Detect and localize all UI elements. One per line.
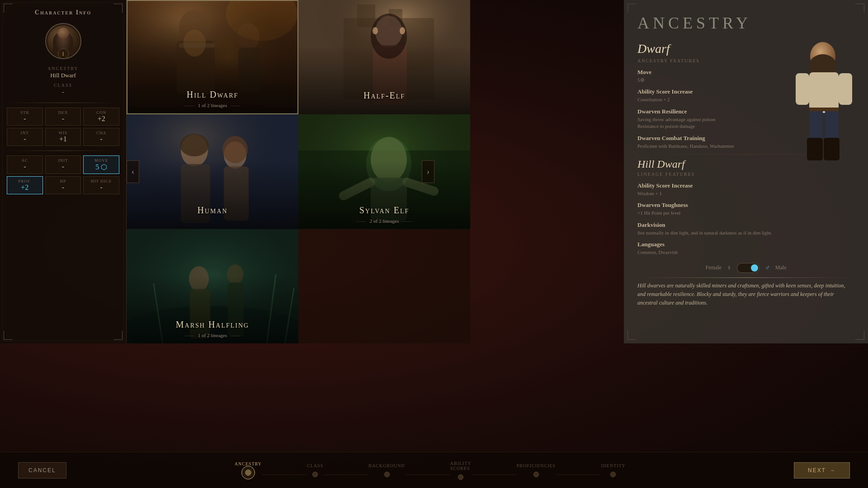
mars-icon[interactable]: ♂ (765, 264, 770, 272)
ancestry-details: ANCESTRY Dwarf ANCESTRY FEATURES Move 5⚙… (637, 14, 778, 150)
gender-toggle[interactable] (737, 263, 760, 273)
race-card-marsh-halfling[interactable]: Marsh Halfling 1 of 2 lineages (127, 229, 298, 343)
stat-str: STR - (7, 108, 43, 126)
stat-move-value: 5 ⬡ (85, 163, 118, 171)
feature-combat-name: Dwarven Combat Training (637, 135, 778, 142)
feature-asi-desc: Constitution + 2 (637, 96, 778, 103)
divider-2 (7, 150, 119, 151)
stat-con-label: CON (85, 110, 118, 115)
progress-bar: ANCESTRY CLASS BACKGROUND ABILITYSCORES (66, 461, 794, 480)
progress-step-class[interactable]: CLASS (307, 463, 323, 477)
nav-prev-button[interactable]: ‹ (127, 160, 139, 183)
stat-con: CON +2 (83, 108, 119, 126)
chevron-right-icon: › (427, 167, 429, 177)
step-identity-dot (610, 472, 616, 477)
progress-step-proficiencies[interactable]: PROFICIENCIES (517, 463, 556, 477)
next-button[interactable]: NEXT → (794, 462, 850, 479)
middle-panel: ‹ › (127, 0, 470, 343)
bottom-bar: CANCEL ANCESTRY CLASS BACKGROUND (0, 452, 868, 488)
stat-int: INT - (7, 128, 43, 146)
race-card-hill-dwarf[interactable]: Hill Dwarf 1 of 2 lineages (127, 0, 298, 114)
lineage-features-label: LINEAGE FEATURES (637, 172, 778, 177)
stat-prof-value: +2 (9, 183, 41, 192)
step-class-label: CLASS (307, 463, 323, 468)
svg-rect-54 (796, 73, 809, 105)
char-info-title: Character Info (7, 9, 119, 16)
stat-hitdice-label: HIT DICE (85, 179, 118, 183)
stat-ac-value: - (9, 163, 41, 171)
stat-hitdice-value: - (85, 183, 118, 192)
race-card-sylvan-elf-lineage: 2 of 2 lineages (298, 218, 470, 224)
race-card-half-elf[interactable]: Half-Elf (298, 0, 470, 114)
lore-text: Hill dwarves are naturally skilled miner… (637, 282, 854, 308)
arrow-right-icon: → (830, 467, 836, 474)
stat-init-label: INIT (47, 158, 80, 163)
race-card-marsh-halfling-name: Marsh Halfling (127, 319, 298, 330)
stat-wis: WIS +1 (45, 128, 81, 146)
stats-grid-1: STR - DEX - CON +2 INT - WIS +1 CHA - (7, 108, 119, 146)
lineage-name: Hill Dwarf (637, 158, 778, 170)
lineage-darkvision-desc: See normally in dim light, and in natura… (637, 230, 778, 236)
char-model-area (787, 36, 859, 163)
stat-hp: HP - (45, 176, 81, 194)
svg-rect-55 (839, 73, 852, 105)
ancestry-step-icon-inner (245, 469, 251, 476)
race-selection-grid: Hill Dwarf 1 of 2 lineages (127, 0, 470, 343)
stat-dex: DEX - (45, 108, 81, 126)
race-card-half-elf-name: Half-Elf (298, 90, 470, 101)
avatar: 1 (45, 23, 81, 59)
cancel-button[interactable]: CANCEL (18, 462, 66, 479)
gender-male-label: Male (775, 264, 787, 271)
ancestry-race-name: Dwarf (637, 42, 778, 56)
stat-con-value: +2 (85, 115, 118, 123)
char-ancestry-label: ANCESTRY (7, 66, 119, 71)
stat-int-value: - (9, 135, 41, 143)
char-ancestry-value: Hill Dwarf (7, 72, 119, 79)
stat-dex-value: - (47, 115, 80, 123)
stat-str-value: - (9, 115, 41, 123)
gender-dots-line (637, 277, 854, 278)
ancestry-step-icon (241, 466, 255, 479)
chevron-left-icon: ‹ (132, 167, 134, 177)
race-card-human-name: Human (127, 205, 298, 216)
step-background-label: BACKGROUND (368, 463, 405, 468)
connector-5 (556, 474, 601, 475)
race-card-sylvan-elf-name: Sylvan Elf (298, 205, 470, 216)
lineage-details: Hill Dwarf LINEAGE FEATURES Ability Scor… (637, 158, 778, 256)
ancestry-section-title: ANCESTRY (637, 14, 778, 33)
lineage-languages-name: Languages (637, 241, 778, 248)
stat-hp-value: - (47, 183, 80, 192)
feature-move-name: Move (637, 69, 778, 76)
feature-move-desc: 5⚙ (637, 77, 778, 84)
stat-hitdice: HIT DICE - (83, 176, 119, 194)
lineage-toughness-desc: +1 Hit Point per level (637, 210, 778, 216)
stat-int-label: INT (9, 131, 41, 135)
svg-rect-53 (824, 138, 840, 160)
divider-1 (7, 103, 119, 103)
step-proficiencies-label: PROFICIENCIES (517, 463, 556, 468)
stat-ac: AC - (7, 155, 43, 174)
nav-next-button[interactable]: › (422, 160, 434, 183)
step-proficiencies-dot (533, 472, 539, 477)
stats-grid-2: AC - INIT - MOVE 5 ⬡ PROF. +2 HP - HIT D… (7, 155, 119, 194)
stat-prof-label: PROF. (9, 179, 41, 183)
gender-female-label: Female (706, 264, 722, 271)
venus-icon[interactable]: ♀ (727, 264, 732, 272)
feature-combat-desc: Proficient with Battleaxe, Handaxe, Warh… (637, 143, 778, 150)
feature-resilience-desc: Saving throw advantage against poisonRes… (637, 116, 778, 130)
race-card-hill-dwarf-lineage: 1 of 2 lineages (127, 103, 297, 108)
connector-1 (262, 474, 307, 475)
progress-step-background[interactable]: BACKGROUND (368, 463, 405, 477)
race-card-human[interactable]: Human (127, 114, 298, 229)
avatar-level: 1 (58, 48, 69, 59)
svg-rect-49 (809, 72, 839, 113)
lineage-asi-desc: Wisdom + 1 (637, 190, 778, 197)
race-card-hill-dwarf-name: Hill Dwarf (127, 89, 297, 100)
race-card-sylvan-elf[interactable]: Sylvan Elf 2 of 2 lineages (298, 114, 470, 229)
progress-step-ability[interactable]: ABILITYSCORES (450, 461, 472, 480)
progress-step-identity[interactable]: IDENTITY (601, 463, 626, 477)
step-ability-label: ABILITYSCORES (450, 461, 472, 471)
stat-cha-label: CHA (85, 131, 118, 135)
progress-step-ancestry[interactable]: ANCESTRY (235, 461, 262, 479)
stat-init-value: - (47, 163, 80, 171)
